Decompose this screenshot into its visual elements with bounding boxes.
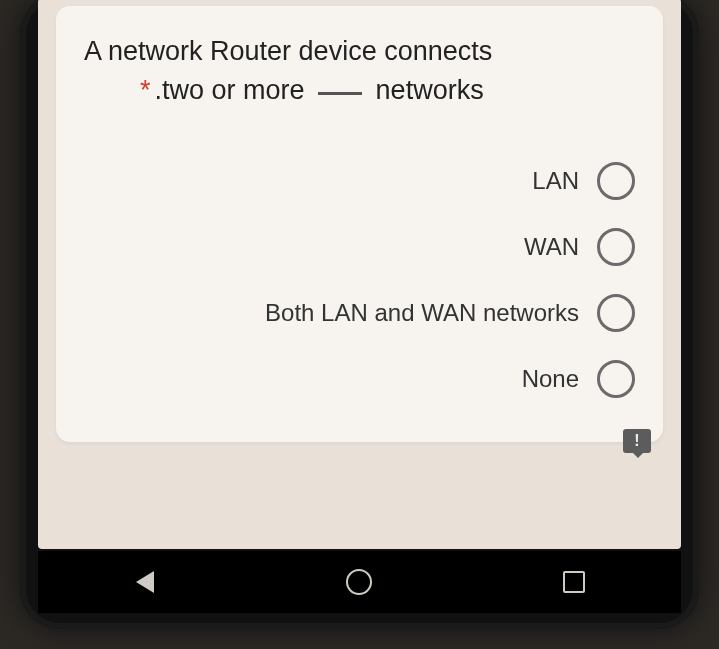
nav-home-button[interactable] <box>346 569 372 595</box>
option-lan[interactable]: LAN <box>84 148 635 214</box>
radio-icon[interactable] <box>597 162 635 200</box>
radio-icon[interactable] <box>597 294 635 332</box>
option-label: WAN <box>524 233 579 261</box>
option-label: LAN <box>532 167 579 195</box>
question-text: A network Router device connects *.two o… <box>84 32 635 110</box>
required-asterisk: * <box>140 75 151 105</box>
options-list: LAN WAN Both LAN and WAN networks None <box>84 148 635 412</box>
option-none[interactable]: None <box>84 346 635 412</box>
question-line2-post: networks <box>376 75 484 105</box>
question-card: A network Router device connects *.two o… <box>56 6 663 442</box>
back-icon <box>136 571 154 593</box>
android-navbar <box>38 551 681 613</box>
recent-icon <box>563 571 585 593</box>
question-line1: A network Router device connects <box>84 36 492 66</box>
screen: A network Router device connects *.two o… <box>38 0 681 549</box>
radio-icon[interactable] <box>597 228 635 266</box>
home-icon <box>346 569 372 595</box>
report-flag-button[interactable]: ! <box>623 429 651 453</box>
nav-back-button[interactable] <box>132 569 158 595</box>
option-label: Both LAN and WAN networks <box>265 299 579 327</box>
question-line2-pre: .two or more <box>155 75 305 105</box>
option-label: None <box>522 365 579 393</box>
option-both[interactable]: Both LAN and WAN networks <box>84 280 635 346</box>
option-wan[interactable]: WAN <box>84 214 635 280</box>
nav-recent-button[interactable] <box>561 569 587 595</box>
radio-icon[interactable] <box>597 360 635 398</box>
alert-icon: ! <box>623 429 651 453</box>
phone-frame: A network Router device connects *.two o… <box>20 0 699 629</box>
blank-line <box>318 92 362 95</box>
